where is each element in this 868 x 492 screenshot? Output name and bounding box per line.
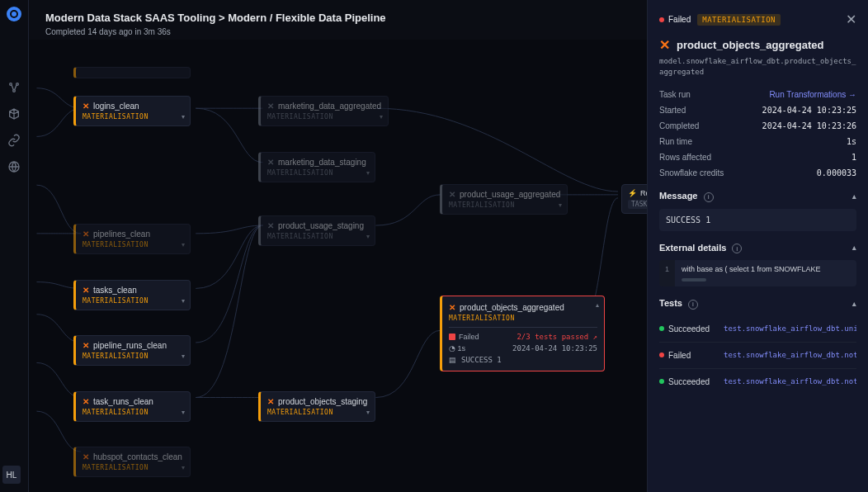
model-icon: ✕ <box>659 37 670 53</box>
globe-icon[interactable] <box>7 160 21 173</box>
details-panel: Failed MATERIALISATION ✕ ✕ product_objec… <box>647 0 868 492</box>
chevron-down-icon[interactable]: ▾ <box>182 464 185 471</box>
left-rail <box>0 0 29 492</box>
panel-subtitle: model.snowflake_airflow_dbt.product_obje… <box>659 56 856 77</box>
node-logins-clean[interactable]: ✕logins_clean MATERIALISATION ▾ <box>73 96 191 126</box>
status-dot-icon <box>659 17 664 22</box>
status-chip-failed: Failed <box>659 15 691 24</box>
chevron-up-icon[interactable]: ▴ <box>852 244 856 252</box>
horizontal-scrollbar[interactable] <box>682 278 706 281</box>
status-failed-icon <box>449 334 455 340</box>
status-dot-icon <box>659 352 664 357</box>
node-tasks-clean[interactable]: ✕tasks_clean MATERIALISATION ▾ <box>73 280 191 310</box>
test-row[interactable]: Succeeded test.snowflake_airflow_dbt.uni… <box>659 316 856 342</box>
panel-title: product_objects_aggregated <box>677 39 823 51</box>
chevron-down-icon[interactable]: ▾ <box>366 409 370 416</box>
node-product-usage-staging[interactable]: ✕product_usage_staging MATERIALISATION ▾ <box>258 215 375 246</box>
svg-point-2 <box>13 90 16 92</box>
message-section: Message i▴ SUCCESS 1 <box>659 191 856 231</box>
user-avatar[interactable]: HL <box>2 466 21 484</box>
status-dot-icon <box>659 326 664 331</box>
graph-icon[interactable] <box>7 81 21 94</box>
node-product-objects-staging[interactable]: ✕product_objects_staging MATERIALISATION… <box>258 391 375 422</box>
node-marketing-data-aggregated[interactable]: ✕marketing_data_aggregated MATERIALISATI… <box>258 96 389 126</box>
message-body: SUCCESS 1 <box>659 209 856 231</box>
code-block[interactable]: 1 with base as ( select 1 from SNOWFLAKE <box>659 260 856 286</box>
node-pipeline-runs-clean[interactable]: ✕pipeline_runs_clean MATERIALISATION ▾ <box>73 335 191 366</box>
close-icon[interactable]: ✕ <box>846 12 856 27</box>
link-icon[interactable] <box>7 134 21 147</box>
chevron-down-icon[interactable]: ▾ <box>182 409 185 416</box>
test-row[interactable]: Succeeded test.snowflake_airflow_dbt.not… <box>659 368 856 395</box>
task-run-link[interactable]: Run Transformations → <box>769 90 856 99</box>
status-dot-icon <box>659 379 664 384</box>
meta-table: Task runRun Transformations → Started202… <box>659 90 856 177</box>
tests-link[interactable]: 2/3 tests passed ↗ <box>517 333 597 341</box>
chevron-down-icon[interactable]: ▾ <box>182 241 185 248</box>
chevron-down-icon[interactable]: ▾ <box>380 113 383 121</box>
run-subtitle: Completed 14 days ago in 3m 36s <box>45 27 386 36</box>
node-pipelines-clean[interactable]: ✕pipelines_clean MATERIALISATION ▾ <box>73 224 191 254</box>
chevron-down-icon[interactable]: ▾ <box>559 201 562 209</box>
svg-point-0 <box>10 83 12 86</box>
node-product-usage-aggregated[interactable]: ✕product_usage_aggregated MATERIALISATIO… <box>440 184 568 215</box>
chevron-down-icon[interactable]: ▾ <box>182 352 185 360</box>
app-logo[interactable] <box>7 7 21 21</box>
type-badge: MATERIALISATION <box>697 14 781 26</box>
node-hubspot-contacts-clean[interactable]: ✕hubspot_contacts_clean MATERIALISATION … <box>73 447 191 477</box>
test-row[interactable]: Failed test.snowflake_airflow_dbt.not_nu… <box>659 342 856 368</box>
chevron-up-icon[interactable]: ▴ <box>596 301 599 309</box>
chevron-down-icon[interactable]: ▾ <box>182 297 185 305</box>
node-partial-top[interactable] <box>73 67 191 78</box>
svg-point-1 <box>17 83 19 86</box>
tests-section: Tests i▴ Succeeded test.snowflake_airflo… <box>659 298 856 395</box>
chevron-up-icon[interactable]: ▴ <box>852 300 856 308</box>
chevron-up-icon[interactable]: ▴ <box>852 192 856 201</box>
node-task-runs-clean[interactable]: ✕task_runs_clean MATERIALISATION ▾ <box>73 391 191 422</box>
external-details-section: External details i▴ 1 with base as ( sel… <box>659 243 856 287</box>
info-icon[interactable]: i <box>704 192 714 202</box>
chevron-down-icon[interactable]: ▾ <box>366 169 370 177</box>
chevron-down-icon[interactable]: ▾ <box>182 113 185 121</box>
info-icon[interactable]: i <box>732 244 742 253</box>
cube-icon[interactable] <box>7 107 21 121</box>
chevron-down-icon[interactable]: ▾ <box>366 233 370 240</box>
node-marketing-data-staging[interactable]: ✕marketing_data_staging MATERIALISATION … <box>258 152 375 182</box>
breadcrumb[interactable]: Modern Data Stack SAAS Tooling > Modern … <box>45 12 386 24</box>
info-icon[interactable]: i <box>688 300 698 310</box>
node-product-objects-aggregated[interactable]: ✕product_objects_aggregated MATERIALISAT… <box>440 296 605 371</box>
